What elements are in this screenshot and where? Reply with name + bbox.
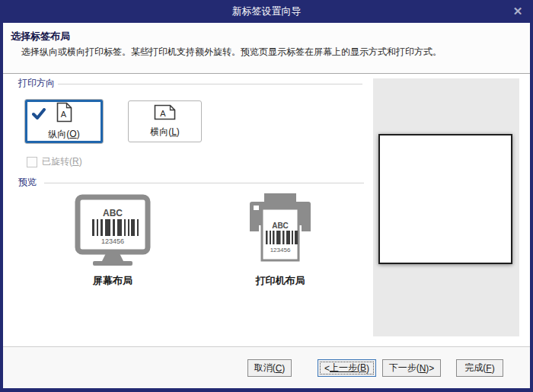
preview-group-divider [44, 183, 364, 183]
label-part: ) [79, 156, 82, 167]
page-description: 选择纵向或横向打印标签。某些打印机支持额外旋转。预览页显示标签在屏幕上的显示方式… [21, 46, 442, 59]
label-part: 完成( [464, 362, 486, 374]
barcode-text-top: ABC [272, 221, 289, 230]
label-part: 纵向( [48, 129, 69, 139]
landscape-option-button[interactable]: A 横向(L) [128, 100, 202, 142]
label-part: ) [282, 363, 285, 374]
label-part: ) [77, 129, 80, 139]
label-mnemonic: N [420, 363, 426, 374]
back-button[interactable]: <上一步(B) [318, 359, 376, 377]
preview-group-label: 预览 [18, 176, 37, 189]
label-part: ) [366, 363, 369, 374]
window-border-bottom [0, 388, 533, 392]
page-title: 选择标签布局 [11, 30, 70, 43]
landscape-page-icon: A [154, 104, 176, 123]
window-border-right [530, 23, 533, 392]
label-part: )> [426, 363, 434, 374]
label-mnemonic: C [276, 363, 282, 374]
barcode-text-top: ABC [103, 208, 123, 218]
label-part: < [324, 363, 330, 374]
wizard-header: 选择标签布局 选择纵向或横向打印标签。某些打印机支持额外旋转。预览页显示标签在屏… [3, 23, 530, 74]
label-part: 下一步( [389, 362, 420, 374]
label-part: 取消( [254, 362, 276, 374]
check-icon [32, 108, 46, 123]
cancel-button[interactable]: 取消(C) [247, 359, 292, 377]
orientation-group-divider [58, 84, 362, 84]
screen-layout-caption: 屏幕布局 [67, 274, 158, 288]
svg-text:A: A [60, 110, 66, 119]
label-mnemonic: O [69, 129, 76, 139]
rotated-checkbox[interactable] [27, 157, 37, 167]
label-mnemonic: L [171, 126, 177, 137]
finish-button[interactable]: 完成(F) [456, 359, 503, 377]
landscape-option-label: 横向(L) [150, 126, 180, 139]
window-border-left [0, 23, 3, 392]
printer-layout-caption: 打印机布局 [235, 274, 326, 288]
rotated-checkbox-row: 已旋转(R) [27, 155, 82, 168]
label-mnemonic: F [486, 363, 491, 374]
barcode-text-bottom: 123456 [101, 237, 124, 245]
label-preview-box [378, 134, 512, 264]
label-mnemonic: R [72, 156, 79, 167]
portrait-option-button[interactable]: A 纵向(O) [24, 99, 104, 144]
portrait-page-icon: A [56, 102, 72, 126]
label-mnemonic: 上一步(B [330, 362, 366, 374]
label-preview-panel [373, 78, 519, 336]
wizard-dialog: 新标签设置向导 ✕ 选择标签布局 选择纵向或横向打印标签。某些打印机支持额外旋转… [0, 0, 533, 392]
footer: 取消(C) <上一步(B) 下一步(N)> 完成(F) [3, 346, 530, 388]
label-part: 已旋转( [42, 156, 72, 167]
label-part: ) [492, 363, 495, 374]
barcode-text-bottom: 123456 [270, 247, 291, 253]
printer-icon: ABC 123456 [242, 192, 318, 268]
close-icon[interactable]: ✕ [509, 2, 527, 21]
svg-text:A: A [160, 109, 166, 118]
window-title: 新标签设置向导 [232, 5, 302, 17]
next-button[interactable]: 下一步(N)> [382, 359, 441, 377]
rotated-checkbox-label: 已旋转(R) [42, 155, 82, 168]
monitor-icon: ABC 123456 [75, 194, 151, 269]
title-bar: 新标签设置向导 ✕ [0, 0, 533, 23]
orientation-group-label: 打印方向 [18, 77, 55, 90]
label-part: 横向( [150, 126, 171, 137]
label-part: ) [177, 126, 180, 137]
portrait-option-label: 纵向(O) [48, 128, 79, 141]
